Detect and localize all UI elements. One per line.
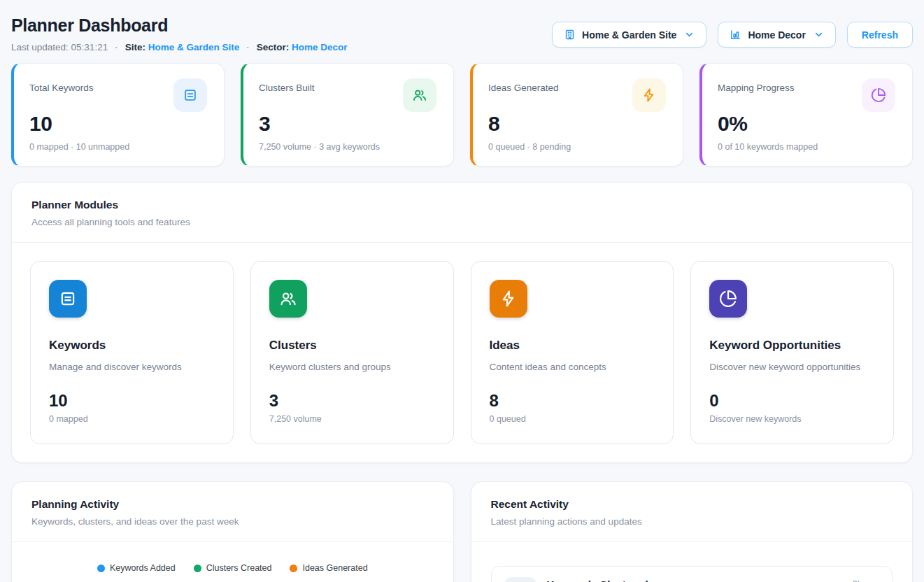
pie-chart-icon [709,280,747,318]
users-icon [269,280,307,318]
building-icon [564,29,576,41]
module-stat: 10 [49,391,216,411]
section-title: Recent Activity [491,498,893,511]
meta-separator: · [115,42,118,52]
section-subtitle: Access all planning tools and features [31,217,893,227]
module-card-clusters[interactable]: Clusters Keyword clusters and groups 3 7… [250,261,454,444]
section-title: Planning Activity [31,498,434,511]
module-card-keywords[interactable]: Keywords Manage and discover keywords 10… [30,261,234,444]
legend-dot [97,565,105,572]
module-card-ideas[interactable]: Ideas Content ideas and concepts 8 0 que… [471,261,674,444]
activity-list: Keywords Clustered 3 new clusters create… [471,542,913,582]
chart-legend: Keywords Added Clusters Created Ideas Ge… [23,563,442,573]
pie-chart-icon [862,78,895,112]
module-stat: 3 [269,391,436,411]
users-icon [403,78,436,112]
stat-label: Clusters Built [259,78,315,93]
activity-item-title: Keywords Clustered [547,579,648,582]
module-title: Ideas [490,339,657,353]
sector-selector-label: Home Decor [748,29,805,41]
recent-activity-card: Recent Activity Latest planning actions … [471,481,914,582]
header-meta: Last updated: 05:31:21 · Site: Home & Ga… [11,42,348,52]
legend-item-clusters-created[interactable]: Clusters Created [194,563,272,573]
site-selector-dropdown[interactable]: Home & Garden Site [552,22,706,48]
legend-dot [290,565,297,572]
stat-card-mapping-progress: Mapping Progress 0% 0 of 10 keywords map… [699,63,913,166]
stat-card-clusters-built: Clusters Built 3 7,250 volume · 3 avg ke… [241,63,454,166]
modules-grid: Keywords Manage and discover keywords 10… [12,243,912,462]
planning-activity-card: Planning Activity Keywords, clusters, an… [11,481,454,582]
header-actions: Home & Garden Site Home Decor [552,22,913,48]
stat-value: 0% [718,112,895,136]
chevron-down-icon [813,29,824,40]
stat-label: Mapping Progress [718,78,795,93]
module-stat-label: 0 queued [490,414,657,424]
site-meta: Site: Home & Garden Site [125,42,240,52]
meta-separator: · [246,42,250,52]
module-description: Discover new keyword opportunities [709,362,876,372]
sector-selector-dropdown[interactable]: Home Decor [718,22,835,48]
module-title: Keyword Opportunities [709,339,876,353]
section-subtitle: Latest planning actions and updates [491,516,893,527]
lightning-icon [490,280,527,318]
module-stat-label: 7,250 volume [269,414,436,424]
module-title: Keywords [49,339,216,353]
module-stat-label: 0 mapped [49,414,216,424]
module-title: Clusters [269,339,436,353]
module-stat: 8 [490,391,657,411]
planner-modules-section: Planner Modules Access all planning tool… [11,182,913,463]
section-subtitle: Keywords, clusters, and ideas over the p… [31,516,434,527]
planner-dashboard-page: Planner Dashboard Last updated: 05:31:21… [0,0,924,582]
module-description: Content ideas and concepts [490,362,657,372]
module-stat-label: Discover new keywords [709,414,876,424]
last-updated: Last updated: 05:31:21 [11,42,108,52]
site-selector-label: Home & Garden Site [582,29,676,41]
sector-meta: Sector: Home Decor [257,42,348,52]
section-title: Planner Modules [31,199,893,211]
module-description: Keyword clusters and groups [269,362,436,372]
users-icon [504,577,536,582]
lightning-icon [632,78,666,112]
stat-label: Ideas Generated [488,78,559,93]
document-icon [49,280,87,318]
module-stat: 0 [709,391,876,411]
stat-subtext: 0 of 10 keywords mapped [718,142,895,152]
page-header: Planner Dashboard Last updated: 05:31:21… [11,0,913,52]
activity-item-timestamp: 2h ago [853,577,879,582]
bottom-row: Planning Activity Keywords, clusters, an… [11,481,913,582]
legend-item-keywords-added[interactable]: Keywords Added [97,563,176,573]
module-description: Manage and discover keywords [49,362,216,372]
stat-value: 10 [29,112,207,136]
sector-link[interactable]: Home Decor [292,42,348,52]
activity-item-keywords-clustered[interactable]: Keywords Clustered 3 new clusters create… [491,566,893,582]
legend-dot [194,565,201,572]
bar-chart-icon [730,29,741,41]
stat-card-ideas-generated: Ideas Generated 8 0 queued · 8 pending [470,63,683,166]
stat-subtext: 0 queued · 8 pending [488,142,666,152]
stat-value: 8 [488,112,666,136]
document-icon [173,78,207,112]
page-title: Planner Dashboard [11,15,348,36]
stat-cards-row: Total Keywords 10 0 mapped · 10 unmapped… [11,63,913,166]
stat-subtext: 0 mapped · 10 unmapped [29,142,207,152]
activity-chart: Keywords Added Clusters Created Ideas Ge… [12,542,453,582]
refresh-button[interactable]: Refresh [847,22,913,48]
stat-card-total-keywords: Total Keywords 10 0 mapped · 10 unmapped [11,63,225,166]
chevron-down-icon [684,29,695,40]
legend-item-ideas-generated[interactable]: Ideas Generated [290,563,367,573]
module-card-keyword-opportunities[interactable]: Keyword Opportunities Discover new keywo… [690,261,894,444]
stat-label: Total Keywords [29,78,94,93]
header-left: Planner Dashboard Last updated: 05:31:21… [11,15,348,52]
stat-value: 3 [259,112,436,136]
stat-subtext: 7,250 volume · 3 avg keywords [259,142,436,152]
site-link[interactable]: Home & Garden Site [148,42,240,52]
